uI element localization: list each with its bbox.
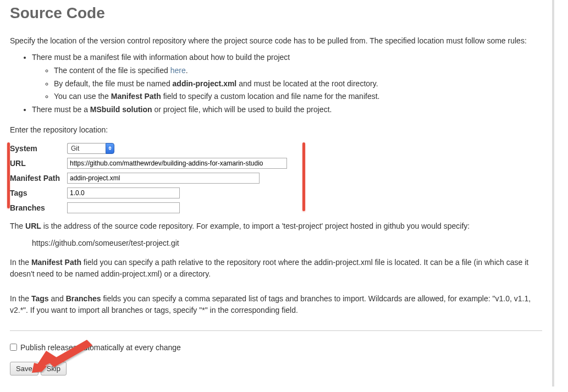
url-example: https://github.com/someuser/test-project… <box>32 238 542 249</box>
rule-item: There must be a MSbuild solution or proj… <box>32 103 542 117</box>
repository-form: System Git URL Manifest Path Tags Branch… <box>10 141 542 215</box>
text: field to specify a custom location and f… <box>161 92 380 101</box>
text: and <box>49 294 66 303</box>
bold-text: URL <box>25 222 41 230</box>
bold-text: addin-project.xml <box>173 79 237 88</box>
publish-checkbox-label: Publish releases automatically at every … <box>20 343 181 352</box>
manifest-path-input[interactable] <box>67 173 260 184</box>
text: There must be a <box>32 105 90 114</box>
save-button[interactable]: Save <box>10 362 38 376</box>
rule-subitem: The content of the file is specified her… <box>54 64 542 78</box>
branches-label: Branches <box>10 203 67 212</box>
url-help-text: The URL is the address of the source cod… <box>10 220 542 232</box>
url-input[interactable] <box>67 158 287 169</box>
publish-checkbox[interactable] <box>10 344 17 351</box>
enter-location-text: Enter the repository location: <box>10 124 542 136</box>
bold-text: Branches <box>66 294 101 303</box>
select-arrows-icon <box>106 143 114 154</box>
rule-text: There must be a manifest file with infor… <box>32 53 290 62</box>
bold-text: Manifest Path <box>111 92 161 101</box>
tags-input[interactable] <box>67 187 180 198</box>
rule-subitem: By default, the file must be named addin… <box>54 78 542 91</box>
tags-help-text: In the Tags and Branches fields you can … <box>10 293 542 316</box>
system-label: System <box>10 144 67 153</box>
text: In the <box>10 294 31 303</box>
bold-text: MSbuild solution <box>90 105 152 114</box>
text: is the address of the source code reposi… <box>41 222 470 230</box>
text: The content of the file is specified <box>54 66 170 75</box>
page-title: Source Code <box>10 4 542 22</box>
rule-item: There must be a manifest file with infor… <box>32 51 542 103</box>
text: By default, the file must be named <box>54 79 173 88</box>
url-label: URL <box>10 159 67 168</box>
text: or project file, which will be used to b… <box>152 105 332 114</box>
system-value: Git <box>67 143 106 154</box>
bold-text: Manifest Path <box>31 258 81 267</box>
manifest-path-label: Manifest Path <box>10 174 67 183</box>
text: The <box>10 222 25 230</box>
system-select[interactable]: Git <box>67 143 114 154</box>
text: You can use the <box>54 92 111 101</box>
intro-text: Specify the location of the version cont… <box>10 35 542 47</box>
right-edge <box>552 0 554 387</box>
rule-subitem: You can use the Manifest Path field to s… <box>54 90 542 103</box>
text: field you can specify a path relative to… <box>10 258 528 278</box>
text: . <box>186 66 188 75</box>
here-link[interactable]: here <box>170 66 186 75</box>
rules-list: There must be a manifest file with infor… <box>10 51 542 117</box>
skip-button[interactable]: Skip <box>41 362 67 376</box>
divider <box>10 330 542 331</box>
text: and must be located at the root director… <box>236 79 378 88</box>
tags-label: Tags <box>10 189 67 197</box>
branches-input[interactable] <box>67 202 180 213</box>
bold-text: Tags <box>31 294 49 303</box>
manifest-help-text: In the Manifest Path field you can speci… <box>10 257 542 280</box>
text: In the <box>10 258 31 267</box>
